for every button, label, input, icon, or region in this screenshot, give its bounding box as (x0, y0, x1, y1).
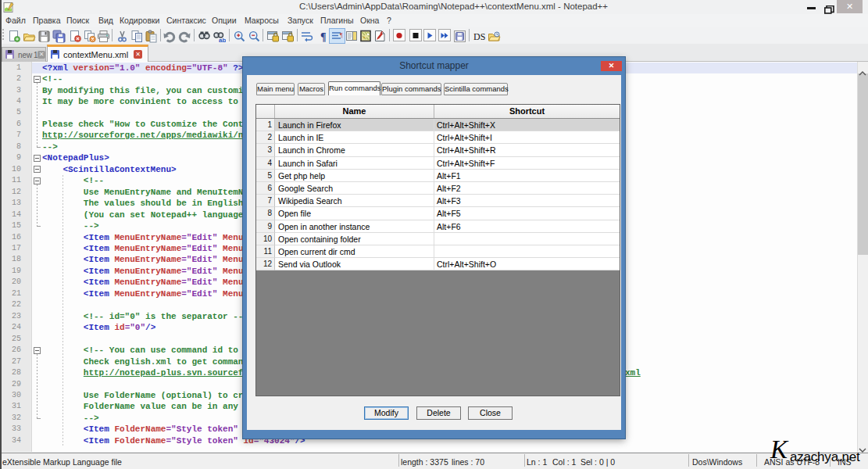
svg-text:¶: ¶ (320, 31, 327, 43)
svg-text:DS: DS (473, 31, 485, 42)
svg-text:¶: ¶ (340, 32, 343, 39)
svg-text:ab: ab (219, 37, 226, 43)
